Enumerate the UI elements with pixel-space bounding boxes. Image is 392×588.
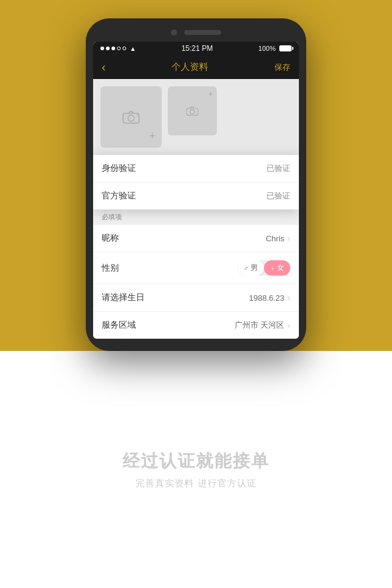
birthday-chevron: › [287, 293, 290, 303]
birthday-value-area: 1988.6.23 › [249, 293, 290, 303]
nav-bar: ‹ 个人资料 保存 [93, 55, 299, 79]
wifi-icon: ▲ [130, 45, 136, 52]
svg-point-4 [190, 110, 194, 114]
status-bar: ▲ 15:21 PM 100% [93, 42, 299, 55]
bottom-sub-text: 完善真实资料 进行官方认证 [135, 478, 256, 489]
nickname-value-area: Chris › [266, 233, 290, 243]
signal-dot-3 [111, 47, 115, 50]
phone-screen: ▲ 15:21 PM 100% ‹ 个人资料 保存 [93, 42, 299, 339]
birthday-label: 请选择生日 [102, 292, 145, 303]
photo-upload-small[interactable]: + [168, 86, 217, 135]
svg-point-1 [128, 115, 134, 121]
phone-speaker [184, 30, 221, 35]
photo-upload-large[interactable]: + [100, 86, 162, 148]
service-area-label: 服务区域 [102, 320, 136, 331]
female-label: 女 [277, 263, 284, 273]
nav-title: 个人资料 [172, 61, 208, 73]
phone-mockup: ▲ 15:21 PM 100% ‹ 个人资料 保存 [86, 18, 306, 351]
nickname-chevron: › [287, 233, 290, 243]
bottom-main-text: 经过认证就能接单 [123, 450, 270, 473]
phone-camera [171, 29, 177, 36]
official-verification-status: 已验证 [266, 190, 290, 202]
form-section: 必填项 昵称 Chris › 性别 ♂ 男 [93, 209, 299, 339]
gender-toggle[interactable]: ♂ 男 ♀ 女 [238, 260, 291, 276]
gender-male-button[interactable]: ♂ 男 [238, 260, 264, 276]
top-section: ▲ 15:21 PM 100% ‹ 个人资料 保存 [0, 0, 392, 351]
battery-icon [279, 45, 292, 51]
official-verification-row[interactable]: 官方验证 已验证 [93, 183, 299, 209]
signal-dot-5 [123, 47, 126, 50]
birthday-row[interactable]: 请选择生日 1988.6.23 › [93, 284, 299, 312]
birthday-value: 1988.6.23 [249, 293, 284, 303]
status-right: 100% [258, 45, 292, 52]
nickname-value: Chris [266, 234, 284, 243]
service-area-row[interactable]: 服务区域 广州市 天河区 › [93, 312, 299, 339]
male-symbol: ♂ [244, 265, 249, 272]
signal-dot-2 [106, 47, 110, 50]
identity-verification-row[interactable]: 身份验证 已验证 [93, 155, 299, 183]
identity-verification-label: 身份验证 [102, 163, 136, 174]
phone-top-bar [93, 29, 299, 36]
service-area-value: 广州市 天河区 [235, 320, 285, 331]
service-area-chevron: › [287, 320, 290, 330]
signal-dot-1 [100, 47, 104, 50]
gender-female-button[interactable]: ♀ 女 [264, 260, 290, 276]
status-time: 15:21 PM [181, 44, 213, 53]
gender-label: 性别 [102, 263, 119, 274]
nickname-label: 昵称 [102, 233, 119, 244]
official-verification-label: 官方验证 [102, 190, 136, 202]
save-button[interactable]: 保存 [274, 62, 290, 73]
photo-section: + + [93, 79, 299, 155]
signal-area: ▲ [100, 45, 136, 52]
signal-dot-4 [117, 47, 121, 50]
male-label: 男 [251, 263, 258, 273]
back-button[interactable]: ‹ [102, 60, 106, 74]
female-symbol: ♀ [270, 265, 275, 272]
service-area-value-area: 广州市 天河区 › [235, 320, 290, 331]
required-header: 必填项 [93, 209, 299, 225]
camera-icon-small [186, 106, 198, 116]
nickname-row[interactable]: 昵称 Chris › [93, 225, 299, 252]
verification-popup: 身份验证 已验证 官方验证 已验证 [93, 155, 299, 209]
gender-row[interactable]: 性别 ♂ 男 ♀ 女 [93, 252, 299, 284]
camera-icon-large [123, 110, 140, 124]
bottom-section: 经过认证就能接单 完善真实资料 进行官方认证 [0, 351, 392, 588]
identity-verification-status: 已验证 [266, 163, 290, 174]
battery-percent: 100% [258, 45, 276, 52]
battery-fill [280, 46, 291, 51]
